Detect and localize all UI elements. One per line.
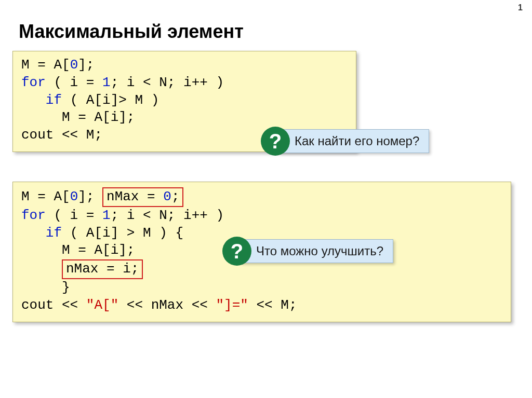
slide-title: Максимальный элемент bbox=[19, 21, 244, 43]
code-line: M = A[0]; nMax = 0; bbox=[21, 187, 502, 207]
question-callout-1: ? Как найти его номер? bbox=[261, 127, 429, 156]
question-text: Как найти его номер? bbox=[278, 129, 429, 153]
code-line: for ( i = 1; i < N; i++ ) bbox=[21, 74, 348, 92]
highlight-box: nMax = 0; bbox=[102, 187, 183, 207]
question-mark-icon: ? bbox=[261, 127, 290, 156]
code-line: cout << "A[" << nMax << "]=" << M; bbox=[21, 297, 502, 314]
code-line: M = A[i]; bbox=[21, 109, 348, 127]
question-text: Что можно улучшить? bbox=[240, 239, 393, 263]
code-line: } bbox=[21, 279, 502, 297]
question-mark-icon: ? bbox=[222, 237, 251, 266]
code-line: if ( A[i]> M ) bbox=[21, 92, 348, 109]
highlight-box: nMax = i; bbox=[62, 259, 143, 279]
code-line: M = A[0]; bbox=[21, 57, 348, 74]
question-callout-2: ? Что можно улучшить? bbox=[222, 237, 393, 266]
page-number: 1 bbox=[518, 3, 523, 12]
code-line: for ( i = 1; i < N; i++ ) bbox=[21, 207, 502, 225]
slide: 1 Максимальный элемент M = A[0]; for ( i… bbox=[0, 0, 532, 398]
